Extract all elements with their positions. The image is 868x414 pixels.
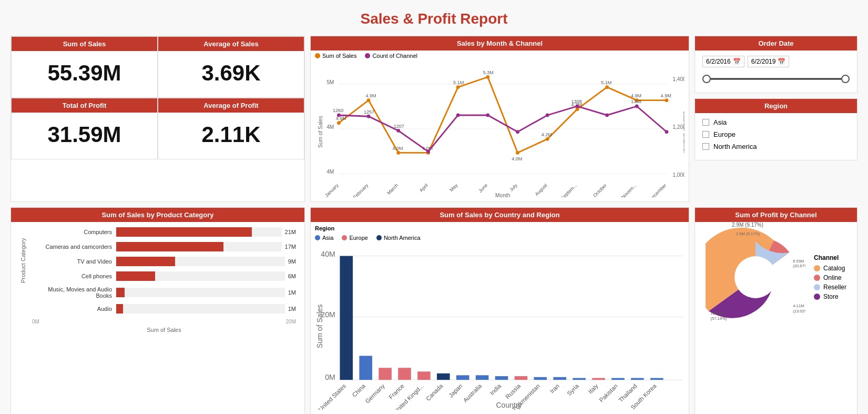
svg-point-30 — [546, 137, 549, 141]
svg-text:1308: 1308 — [631, 99, 641, 104]
product-bar-label: TV and Video — [32, 258, 116, 265]
svg-text:1257: 1257 — [364, 109, 374, 115]
end-date-input[interactable]: 6/2/2019 📅 — [748, 56, 790, 67]
svg-text:Sum of Sales: Sum of Sales — [315, 305, 324, 349]
reseller-label: Reseller — [823, 284, 846, 291]
sales-by-month-header: Sales by Month & Channel — [311, 36, 689, 51]
donut-label-top: 2.9M (9.17%) — [732, 222, 763, 228]
calendar-icon-end[interactable]: 📅 — [778, 58, 785, 65]
region-item-asia[interactable]: Asia — [702, 118, 850, 126]
region-checkbox-northamerica[interactable] — [702, 143, 709, 150]
start-date-input[interactable]: 6/2/2016 📅 — [702, 56, 744, 67]
product-bar-fill — [116, 304, 123, 314]
legend-catalog: Catalog — [814, 265, 846, 272]
product-category-card: Sum of Sales by Product Category Product… — [11, 207, 305, 414]
svg-text:February: February — [352, 183, 370, 198]
svg-point-44 — [605, 114, 609, 117]
svg-text:Syria: Syria — [566, 382, 580, 397]
svg-text:5M: 5M — [326, 79, 334, 85]
bar-syria — [573, 378, 586, 380]
svg-point-39 — [456, 114, 460, 117]
bar-germany — [379, 368, 392, 380]
sum-sales-header: Sum of Sales — [12, 37, 157, 51]
legend-north-america-label: North America — [384, 235, 421, 241]
sum-sales-cell: Sum of Sales 55.39M — [11, 36, 158, 98]
svg-point-29 — [516, 151, 519, 155]
svg-text:Germany: Germany — [364, 383, 386, 405]
svg-text:Septem...: Septem... — [560, 183, 578, 197]
slider-thumb-right[interactable] — [841, 75, 850, 83]
legend-asia: Asia — [315, 235, 333, 241]
svg-text:6.53M: 6.53M — [793, 259, 804, 264]
product-bar-fill — [116, 271, 155, 281]
svg-text:4.0M: 4.0M — [392, 146, 403, 151]
end-date-value: 6/2/2019 — [751, 58, 776, 65]
product-bar-label: Music, Movies and Audio Books — [32, 286, 116, 299]
store-color — [814, 294, 820, 300]
legend-online: Online — [814, 274, 846, 281]
calendar-icon-start[interactable]: 📅 — [733, 58, 741, 65]
legend-channel-dot — [365, 53, 370, 58]
donut-segments — [706, 228, 790, 318]
online-color — [814, 275, 820, 281]
product-bar-fill — [116, 242, 223, 251]
product-bar-track — [116, 271, 285, 281]
svg-point-34 — [665, 98, 669, 102]
svg-text:United States: United States — [317, 383, 347, 410]
product-bar-fill — [116, 257, 175, 266]
svg-point-37 — [396, 129, 400, 133]
x-tick-1: 20M — [286, 319, 296, 325]
region-label-text: Region — [315, 225, 334, 231]
donut-legend-title: Channel — [814, 254, 846, 261]
region-item-europe[interactable]: Europe — [702, 130, 850, 138]
bar-iran — [553, 377, 566, 380]
slider-thumb-left[interactable] — [702, 75, 711, 83]
product-bar-value: 9M — [288, 258, 296, 265]
product-bar-label: Cameras and camcorders — [32, 244, 116, 250]
country-bar-chart-container: 40M 20M 0M Sum of Sales — [311, 243, 689, 414]
product-bar-value: 21M — [285, 229, 296, 235]
svg-text:5.1M: 5.1M — [453, 80, 464, 85]
svg-text:March: March — [386, 183, 399, 196]
donut-legend: Channel Catalog Online Reseller Store — [814, 254, 846, 302]
bar-us — [340, 256, 353, 380]
region-checkbox-asia[interactable] — [702, 119, 709, 126]
date-slider[interactable] — [702, 73, 850, 85]
total-profit-header: Total of Profit — [12, 98, 157, 113]
region-label-northamerica: North America — [713, 143, 757, 150]
svg-point-41 — [516, 130, 519, 134]
profit-by-channel-header: Sum of Profit by Channel — [695, 208, 857, 222]
svg-point-36 — [367, 115, 371, 118]
product-bar-value: 17M — [285, 244, 296, 250]
svg-text:4.11M: 4.11M — [793, 304, 804, 308]
month-chart-legend: Sum of Sales Count of Channel — [311, 51, 689, 61]
product-bar-row: Computers21M — [32, 227, 296, 237]
bar-russia — [515, 377, 528, 380]
svg-point-35 — [337, 114, 341, 117]
total-profit-value: 31.59M — [12, 113, 157, 159]
svg-text:4.2M: 4.2M — [542, 132, 552, 137]
product-bar-track — [116, 257, 285, 266]
region-checkbox-europe[interactable] — [702, 131, 709, 138]
order-date-card: Order Date 6/2/2016 📅 6/2/2019 📅 — [695, 36, 857, 93]
product-bar-track — [116, 227, 282, 237]
svg-text:April: April — [418, 183, 429, 193]
svg-point-38 — [426, 150, 430, 154]
region-item-northamerica[interactable]: North America — [702, 143, 850, 150]
svg-text:October: October — [592, 183, 608, 197]
store-label: Store — [823, 293, 839, 300]
sales-by-month-card: Sales by Month & Channel Sum of Sales Co… — [310, 36, 689, 202]
legend-channel-label: Count of Channel — [372, 53, 417, 59]
x-axis-ticks: 0M 20M — [32, 319, 296, 325]
product-bar-track — [116, 288, 285, 297]
svg-text:Italy: Italy — [587, 383, 599, 395]
svg-text:Country: Country — [496, 401, 522, 409]
legend-asia-dot — [315, 235, 320, 240]
svg-text:40M: 40M — [321, 250, 335, 259]
avg-profit-value: 2.11K — [158, 113, 304, 159]
date-inputs[interactable]: 6/2/2016 📅 6/2/2019 📅 — [702, 56, 850, 67]
bar-canada — [437, 373, 450, 380]
bar-china — [359, 356, 372, 380]
svg-point-28 — [486, 75, 489, 79]
svg-text:France: France — [387, 383, 405, 401]
